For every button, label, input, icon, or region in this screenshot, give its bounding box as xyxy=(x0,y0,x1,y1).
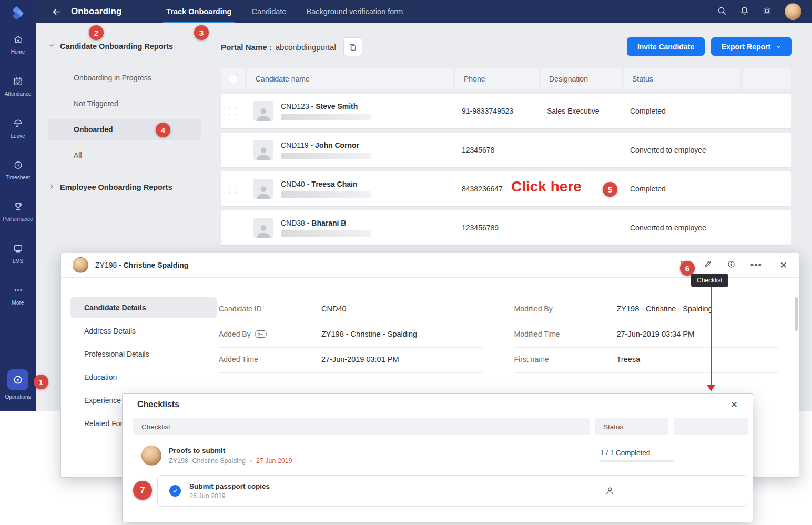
candidate-avatar-placeholder xyxy=(253,218,273,238)
candidate-phone: 123456789 xyxy=(453,224,539,232)
back-arrow-icon[interactable] xyxy=(52,7,62,17)
screenshot-canvas: Home Attendance Leave Timesheet Performa… xyxy=(0,0,812,525)
checklists-table-header: Checklist Status xyxy=(133,418,748,435)
sidebar-item-label: More xyxy=(12,300,24,306)
info-icon[interactable] xyxy=(727,260,736,271)
report-item-not-triggered[interactable]: Not Triggered xyxy=(48,93,201,114)
field-modified-by: Modified By ZY198 - Christine - Spalding xyxy=(514,297,778,322)
app-logo-icon[interactable] xyxy=(0,4,36,22)
candidate-modal-actions: ••• ✕ xyxy=(679,260,787,271)
group-candidate-onboarding-reports[interactable]: Candidate Onboarding Reports xyxy=(48,42,173,51)
candidate-designation: Sales Executive xyxy=(539,107,622,115)
nav-address-details[interactable]: Address Details xyxy=(70,320,217,341)
candidate-avatar-placeholder xyxy=(253,140,273,160)
report-item-onboarding-in-progress[interactable]: Onboarding in Progress xyxy=(48,67,201,88)
sidebar-item-lms[interactable]: LMS xyxy=(0,243,36,264)
checklist-group-row[interactable]: Proofs to submit ZY198 -Christine Spaldi… xyxy=(133,439,742,472)
profile-avatar[interactable] xyxy=(785,3,801,20)
tab-track-onboarding[interactable]: Track Onboarding xyxy=(156,0,241,23)
fields-column-right: Modified By ZY198 - Christine - Spalding… xyxy=(514,297,778,373)
row-checkbox[interactable] xyxy=(229,185,237,193)
checklists-title: Checklists xyxy=(137,400,179,409)
header-phone: Phone xyxy=(455,68,539,89)
field-first-name: First name Treesa xyxy=(514,348,778,373)
tab-candidate[interactable]: Candidate xyxy=(241,0,296,23)
sidebar-item-home[interactable]: Home xyxy=(0,34,36,55)
candidate-status: Completed xyxy=(622,107,740,115)
copy-icon[interactable] xyxy=(343,37,362,56)
header-empty xyxy=(674,418,748,435)
nav-candidate-details[interactable]: Candidate Details xyxy=(70,297,217,318)
redacted-email xyxy=(281,230,371,237)
chevron-right-icon xyxy=(48,183,55,191)
tab-background-verification-form[interactable]: Background verification form xyxy=(297,0,413,23)
step-badge-5: 5 xyxy=(603,182,617,197)
checklist-tooltip: Checklist xyxy=(691,274,728,287)
select-all-checkbox[interactable] xyxy=(229,75,237,83)
key-badge-icon xyxy=(255,330,267,338)
search-icon[interactable] xyxy=(717,6,727,18)
sidebar-item-leave[interactable]: Leave xyxy=(0,118,36,139)
nav-education[interactable]: Education xyxy=(70,367,217,388)
dot-separator xyxy=(250,460,252,462)
report-item-all[interactable]: All xyxy=(48,145,201,166)
candidate-modal-title: ZY198 - Christine Spalding xyxy=(95,261,188,269)
page-title: Onboarding xyxy=(71,6,121,17)
table-row[interactable]: CND38 - Bharani B 123456789 Converted to… xyxy=(221,210,791,245)
checklist-item-date: 26 Jun 2019 xyxy=(189,492,270,500)
operations-icon xyxy=(7,369,28,390)
sidebar-item-attendance[interactable]: Attendance xyxy=(0,76,36,97)
completed-check-icon[interactable] xyxy=(169,485,181,497)
sidebar-item-label: Timesheet xyxy=(6,175,30,180)
notifications-icon[interactable] xyxy=(739,6,749,18)
report-item-onboarded[interactable]: Onboarded xyxy=(48,119,201,140)
header-empty xyxy=(743,68,791,89)
candidate-name: CND40 - Treesa Chain xyxy=(281,180,371,188)
export-report-label: Export Report xyxy=(722,43,770,51)
redacted-email xyxy=(281,191,371,198)
table-row[interactable]: CND123 - Steve Smith 91-9833749523 Sales… xyxy=(221,94,791,128)
more-options-icon[interactable]: ••• xyxy=(750,262,762,268)
candidate-name: CND119 - John Cornor xyxy=(281,141,371,149)
ellipsis-icon xyxy=(13,285,24,297)
group-employee-onboarding-reports[interactable]: Employee Onboarding Reports xyxy=(48,183,172,191)
invite-candidate-button[interactable]: Invite Candidate xyxy=(627,37,705,56)
assignee-person-icon[interactable] xyxy=(605,486,615,496)
candidate-table-header: Candidate name Phone Designation Status xyxy=(221,68,791,89)
sidebar-item-label: Home xyxy=(11,49,25,55)
candidate-table-body: CND123 - Steve Smith 91-9833749523 Sales… xyxy=(221,94,791,245)
checklist-progress: 1 / 1 Completed xyxy=(600,449,674,462)
fields-column-left: Candidate ID CND40 Added By ZY198 - Chri… xyxy=(219,297,483,373)
candidate-phone: 12345678 xyxy=(453,146,539,154)
annotation-arrow-line xyxy=(710,287,712,385)
nav-professional-details[interactable]: Professional Details xyxy=(70,344,217,365)
sidebar-item-performance[interactable]: Performance xyxy=(0,201,36,222)
checklist-item-row[interactable]: Submit passport copies 26 Jun 2019 xyxy=(157,475,747,507)
close-icon[interactable]: ✕ xyxy=(730,399,738,410)
header-status: Status xyxy=(595,418,668,435)
header-candidate-name: Candidate name xyxy=(247,68,453,89)
close-icon[interactable]: ✕ xyxy=(780,260,787,271)
field-label: Modified Time xyxy=(514,329,617,338)
trophy-icon xyxy=(13,201,24,213)
sidebar-item-operations[interactable]: Operations xyxy=(0,369,36,400)
scrollbar-thumb[interactable] xyxy=(795,297,798,331)
gear-icon[interactable] xyxy=(762,6,772,18)
chevron-down-icon xyxy=(775,44,781,50)
portal-name-row: Portal Name : abconbdingportal xyxy=(221,38,362,56)
field-label: First name xyxy=(514,354,617,364)
sidebar-item-label: Performance xyxy=(3,216,33,222)
table-row[interactable]: CND119 - John Cornor 12345678 Converted … xyxy=(221,133,791,167)
clock-icon xyxy=(13,159,24,171)
table-row[interactable]: CND40 - Treesa Chain 8438236647 Complete… xyxy=(221,171,791,206)
sidebar-item-timesheet[interactable]: Timesheet xyxy=(0,159,36,180)
edit-pencil-icon[interactable] xyxy=(703,260,712,271)
field-value: 27-Jun-2019 03:01 PM xyxy=(321,354,399,365)
checklist-group-meta: ZY198 -Christine Spalding 27 Jun 2019 xyxy=(169,457,292,465)
row-checkbox[interactable] xyxy=(229,107,237,115)
sidebar-item-label: Leave xyxy=(11,133,25,139)
group-label: Employee Onboarding Reports xyxy=(60,183,172,191)
export-report-button[interactable]: Export Report xyxy=(711,37,792,56)
redacted-email xyxy=(281,114,371,120)
sidebar-item-more[interactable]: More xyxy=(0,285,36,306)
